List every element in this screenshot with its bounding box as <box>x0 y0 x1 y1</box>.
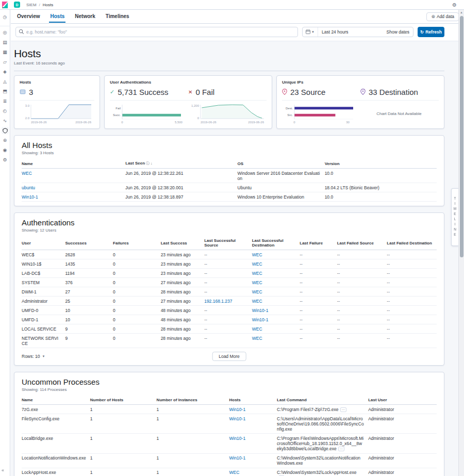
table-cell: -- <box>204 287 252 297</box>
table-cell: Win10-1 <box>252 306 300 315</box>
show-dates-button[interactable]: Show dates <box>387 29 413 35</box>
cell-link[interactable]: Win10-1 <box>229 455 245 461</box>
cell-link[interactable]: WEC <box>229 470 239 475</box>
nav-item-visualize[interactable]: ▤ <box>2 39 9 46</box>
nav-item-infrastructure[interactable]: ⬒ <box>2 88 9 95</box>
column-header[interactable]: Last Command <box>277 396 368 405</box>
nav-item-recently-viewed[interactable]: ◷ <box>2 13 9 21</box>
table-cell: 192.168.1.237 <box>204 297 252 306</box>
nav-item-canvas[interactable]: ▱ <box>2 58 9 65</box>
cell-link[interactable]: Win10-1 <box>252 317 269 322</box>
cell-link[interactable]: Win10-1 <box>229 416 245 421</box>
tab-network[interactable]: Network <box>74 10 96 23</box>
nav-item-maps[interactable]: ◈ <box>2 68 9 75</box>
tab-hosts[interactable]: Hosts <box>49 10 65 23</box>
svg-text:Dest.: Dest. <box>286 107 293 110</box>
table-cell: -- <box>300 315 337 324</box>
column-header[interactable]: Hosts <box>229 396 277 405</box>
column-header[interactable]: Last Failure <box>300 237 337 250</box>
column-header[interactable]: Number of Instances <box>157 396 229 405</box>
table-cell: Jun 26, 2019 @ 12:38:22.261 <box>125 169 237 183</box>
source-pin-icon <box>282 89 287 96</box>
cell-link[interactable]: 192.168.1.237 <box>204 299 232 304</box>
nav-item-uptime[interactable]: ∿ <box>2 117 9 124</box>
column-header[interactable]: Last Success <box>161 237 205 250</box>
nav-item-dev-tools[interactable]: ⊛ <box>2 137 9 144</box>
scroll-up-icon[interactable]: ▲ <box>460 11 463 14</box>
cell-link[interactable]: WEC <box>252 326 262 332</box>
svg-text:0: 0 <box>121 121 123 124</box>
table-cell: 9 <box>65 324 113 334</box>
cell-link[interactable]: Win10-1 <box>229 436 245 441</box>
cell-link[interactable]: WEC <box>252 261 262 267</box>
table-cell: C:\Windows\System32\LocationNotification… <box>277 453 368 468</box>
table-cell: -- <box>204 259 252 269</box>
cell-link[interactable]: WEC <box>252 289 262 294</box>
destination-pin-icon <box>360 89 366 96</box>
column-header[interactable]: Number of Hosts <box>90 396 157 405</box>
table-cell: WEC <box>252 278 300 287</box>
chevron-down-icon: ▼ <box>311 30 314 34</box>
time-range-value[interactable]: Last 24 hours <box>318 29 349 35</box>
column-header[interactable]: Last Failed Source <box>337 237 387 250</box>
table-cell: -- <box>387 287 437 297</box>
nav-item-stack-monitoring[interactable]: ◉ <box>2 146 9 154</box>
column-header[interactable]: Failures <box>113 237 161 250</box>
table-cell: -- <box>204 324 252 334</box>
nav-item-management[interactable]: ⚙ <box>2 156 9 163</box>
collapse-nav-icon[interactable]: « <box>2 468 4 473</box>
vertical-scrollbar[interactable]: ▲ <box>458 10 464 476</box>
column-header[interactable]: Last Successful Source <box>204 237 252 250</box>
nav-item-discover[interactable]: ◎ <box>2 29 9 36</box>
show-more-button[interactable]: ⋯ <box>340 407 346 412</box>
column-header[interactable]: Name <box>22 159 125 169</box>
nav-item-logs[interactable]: ≣ <box>2 97 9 105</box>
breadcrumb-app[interactable]: SIEM <box>26 3 37 7</box>
timeline-flyout-button[interactable]: TIMELINE <box>451 188 458 246</box>
nav-item-apm[interactable]: ◴ <box>2 107 9 114</box>
refresh-button[interactable]: ↻ Refresh <box>418 27 444 37</box>
rows-per-page-select[interactable]: Rows: 10▼ <box>22 354 45 359</box>
column-header[interactable]: OS <box>238 159 325 169</box>
table-cell: -- <box>204 269 252 278</box>
table-cell: Windows 10 Enterprise Evaluation <box>238 192 325 202</box>
nav-item-machine-learning[interactable]: ◬ <box>2 78 9 85</box>
space-badge[interactable]: D <box>14 2 20 8</box>
cell-link[interactable]: Win10-1 <box>252 308 269 313</box>
search-input[interactable] <box>15 27 298 37</box>
table-cell: C:\Windows\System32\LockAppHost.exe⋯ <box>277 468 368 476</box>
tab-timelines[interactable]: Timelines <box>105 10 130 23</box>
cell-link[interactable]: WEC <box>252 299 262 304</box>
column-header[interactable]: Last Seen ⓘ ↓ <box>125 159 237 169</box>
nav-item-siem[interactable] <box>2 127 9 134</box>
gear-icon[interactable]: ⚙ <box>452 2 457 8</box>
nav-item-dashboard[interactable]: ▦ <box>2 48 9 56</box>
tab-overview[interactable]: Overview <box>16 10 41 23</box>
cell-link[interactable]: Win10-1 <box>229 407 245 412</box>
scrollbar-thumb[interactable] <box>460 16 463 257</box>
cell-link[interactable]: WEC <box>252 252 262 257</box>
column-header[interactable]: Last Successful Destination <box>252 237 300 250</box>
table-cell: -- <box>387 259 437 269</box>
add-data-button[interactable]: ⊕ Add data <box>426 12 459 21</box>
column-header[interactable]: Last Failed Destination <box>387 237 437 250</box>
cell-link[interactable]: WEC <box>22 171 32 176</box>
cell-link[interactable]: WEC <box>252 280 262 285</box>
uncommon-processes-table: NameNumber of HostsNumber of InstancesHo… <box>22 396 437 476</box>
cell-link[interactable]: WEC <box>252 271 262 276</box>
column-header[interactable]: Version <box>325 159 437 169</box>
cell-link[interactable]: WEC <box>252 336 262 341</box>
cell-link[interactable]: Win10-1 <box>22 194 38 200</box>
column-header[interactable]: Last User <box>368 396 437 405</box>
column-header[interactable]: Name <box>22 396 90 405</box>
column-header[interactable]: User <box>22 237 65 250</box>
kibana-logo-icon[interactable] <box>0 0 10 9</box>
show-more-button[interactable]: ⋯ <box>338 447 344 451</box>
calendar-dropdown-button[interactable]: ▼ <box>303 27 318 37</box>
cell-link[interactable]: ubuntu <box>22 185 35 190</box>
table-cell: FileSyncConfig.exe <box>22 414 90 434</box>
table-cell: -- <box>300 306 337 315</box>
load-more-button[interactable]: Load More <box>212 352 246 361</box>
column-header[interactable]: Successes <box>65 237 113 250</box>
last-event-text: Last Event: 16 seconds ago <box>14 61 444 65</box>
